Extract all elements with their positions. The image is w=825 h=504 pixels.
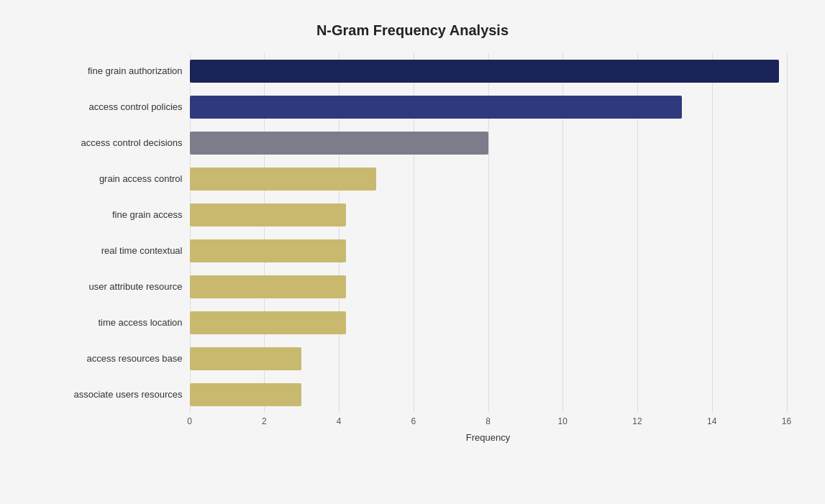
bar xyxy=(190,311,347,334)
x-tick: 0 xyxy=(187,416,192,426)
y-label: time access location xyxy=(39,305,183,341)
x-tick: 6 xyxy=(411,416,416,426)
y-label: real time contextual xyxy=(39,233,183,269)
x-tick: 12 xyxy=(632,416,642,426)
bar xyxy=(190,168,376,191)
y-label: user attribute resource xyxy=(39,269,183,305)
y-label: access control decisions xyxy=(39,125,183,161)
bar-row xyxy=(190,341,787,377)
bar-row xyxy=(190,53,787,89)
bar-row xyxy=(190,233,787,269)
x-tick: 10 xyxy=(558,416,568,426)
bar-row xyxy=(190,305,787,341)
bar xyxy=(190,96,683,119)
y-label: fine grain access xyxy=(39,197,183,233)
chart-title: N-Gram Frequency Analysis xyxy=(39,22,787,39)
bar-row xyxy=(190,161,787,197)
grid-line xyxy=(787,53,788,413)
bar-row xyxy=(190,197,787,233)
y-label: access resources base xyxy=(39,341,183,377)
y-label: grain access control xyxy=(39,161,183,197)
y-label: fine grain authorization xyxy=(39,53,183,89)
y-labels: fine grain authorizationaccess control p… xyxy=(39,53,190,413)
x-tick: 2 xyxy=(262,416,267,426)
x-tick: 4 xyxy=(337,416,342,426)
x-axis-label: Frequency xyxy=(190,432,787,443)
bar xyxy=(190,383,302,406)
bar-row xyxy=(190,89,787,125)
bar xyxy=(190,347,302,370)
y-label: access control policies xyxy=(39,89,183,125)
grid-and-bars: fine grain authorizationaccess control p… xyxy=(39,53,787,413)
bar xyxy=(190,203,347,226)
x-tick: 8 xyxy=(486,416,491,426)
bar xyxy=(190,132,488,155)
bar xyxy=(190,60,780,83)
x-tick: 16 xyxy=(782,416,791,426)
bar xyxy=(190,239,347,262)
y-label: associate users resources xyxy=(39,377,183,413)
chart-area: fine grain authorizationaccess control p… xyxy=(39,53,787,427)
chart-container: N-Gram Frequency Analysis fine grain aut… xyxy=(17,8,808,497)
x-tick: 14 xyxy=(707,416,716,426)
bars-section xyxy=(190,53,787,413)
bar-row xyxy=(190,125,787,161)
bar-row xyxy=(190,269,787,305)
bar-row xyxy=(190,377,787,413)
bar xyxy=(190,275,347,298)
